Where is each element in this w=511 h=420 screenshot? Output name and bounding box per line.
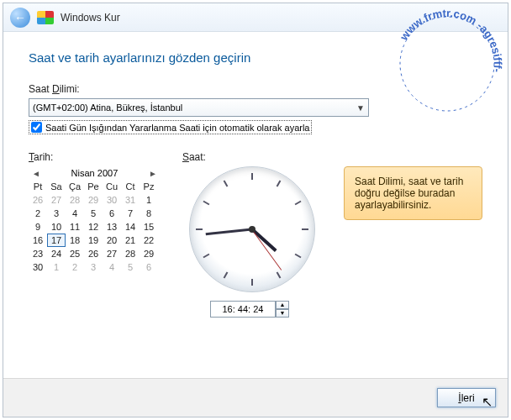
cal-next-icon[interactable]: ► — [149, 169, 157, 178]
clock-tick — [196, 228, 203, 230]
time-input[interactable] — [210, 301, 276, 318]
cal-month: Nisan 2007 — [71, 168, 119, 178]
cal-day[interactable]: 3 — [84, 260, 103, 274]
clock-tick — [251, 279, 253, 286]
cal-dow: Pt — [29, 180, 47, 193]
clock-pin — [249, 226, 256, 233]
clock-tick — [203, 254, 209, 259]
cal-day[interactable]: 28 — [121, 247, 140, 260]
cal-day[interactable]: 10 — [47, 220, 66, 234]
cal-day[interactable]: 6 — [103, 207, 121, 220]
cal-day[interactable]: 25 — [66, 247, 84, 260]
cal-day[interactable]: 4 — [103, 260, 121, 274]
second-hand — [252, 229, 282, 270]
cal-day[interactable]: 30 — [103, 193, 121, 207]
cal-day[interactable]: 16 — [29, 234, 47, 247]
cal-day[interactable]: 4 — [66, 207, 84, 220]
cal-day[interactable]: 12 — [84, 220, 103, 234]
cal-day[interactable]: 5 — [84, 207, 103, 220]
date-panel: Tarih: ◄ Nisan 2007 ► PtSaÇaPeCuCtPz2627… — [29, 151, 161, 318]
cal-day[interactable]: 6 — [140, 260, 158, 274]
arrow-left-icon: ← — [14, 11, 26, 24]
dst-label: Saati Gün Işığından Yararlanma Saati içi… — [45, 123, 309, 133]
cal-day[interactable]: 23 — [29, 247, 47, 260]
cal-dow: Sa — [47, 180, 66, 193]
back-button[interactable]: ← — [10, 8, 30, 28]
clock-tick — [277, 180, 282, 186]
timezone-label: Saat Dilimi: — [29, 83, 482, 95]
clock-tick — [277, 272, 282, 279]
cal-day[interactable]: 21 — [121, 234, 140, 247]
cal-day[interactable]: 2 — [29, 207, 47, 220]
titlebar: ← Windows Kur — [3, 3, 508, 32]
cal-day[interactable]: 26 — [84, 247, 103, 260]
cal-day[interactable]: 8 — [140, 207, 158, 220]
hour-hand — [251, 228, 277, 252]
cal-day[interactable]: 7 — [121, 207, 140, 220]
dst-checkbox-row[interactable]: Saati Gün Işığından Yararlanma Saati içi… — [29, 120, 312, 134]
cal-day[interactable]: 28 — [66, 193, 84, 207]
cal-day[interactable]: 17 — [47, 234, 66, 247]
cal-day[interactable]: 15 — [140, 220, 158, 234]
clock-tick — [295, 254, 302, 259]
clock-tick — [295, 201, 302, 206]
cal-day[interactable]: 1 — [140, 193, 158, 207]
cal-day[interactable]: 5 — [121, 260, 140, 274]
cal-day[interactable]: 19 — [84, 234, 103, 247]
cal-day[interactable]: 27 — [47, 193, 66, 207]
content-area: Saat ve tarih ayarlarınızı gözden geçiri… — [3, 32, 508, 318]
date-label: Tarih: — [29, 151, 161, 163]
cal-day[interactable]: 14 — [121, 220, 140, 234]
next-button[interactable]: İleri — [437, 388, 496, 407]
spinner-up-icon[interactable]: ▲ — [276, 301, 289, 309]
cal-day[interactable]: 24 — [47, 247, 66, 260]
installer-window: ← Windows Kur Saat ve tarih ayarlarınızı… — [3, 3, 508, 417]
cal-dow: Cu — [103, 180, 121, 193]
page-heading: Saat ve tarih ayarlarınızı gözden geçiri… — [29, 50, 482, 65]
cal-prev-icon[interactable]: ◄ — [32, 169, 40, 178]
cal-day[interactable]: 13 — [103, 220, 121, 234]
cal-day[interactable]: 31 — [121, 193, 140, 207]
cal-day[interactable]: 26 — [29, 193, 47, 207]
cal-dow: Pe — [84, 180, 103, 193]
cal-day[interactable]: 9 — [29, 220, 47, 234]
footer: İleri — [3, 378, 508, 417]
timezone-value: (GMT+02:00) Atina, Bükreş, İstanbul — [33, 102, 182, 113]
cal-day[interactable]: 2 — [66, 260, 84, 274]
cal-dow: Pz — [140, 180, 158, 193]
clock-tick — [302, 228, 308, 230]
cal-day[interactable]: 29 — [140, 247, 158, 260]
clock-label: Saat: — [182, 151, 322, 163]
cal-dow: Ça — [66, 180, 84, 193]
cal-day[interactable]: 20 — [103, 234, 121, 247]
cal-day[interactable]: 3 — [47, 207, 66, 220]
minute-hand — [206, 228, 252, 236]
chevron-down-icon: ▼ — [356, 103, 365, 113]
cal-day[interactable]: 1 — [47, 260, 66, 274]
note-panel: Saat Dilimi, saat ve tarih doğru değilse… — [344, 151, 482, 318]
calendar: ◄ Nisan 2007 ► PtSaÇaPeCuCtPz26272829303… — [29, 166, 161, 274]
cal-day[interactable]: 30 — [29, 260, 47, 274]
analog-clock — [189, 166, 315, 292]
cal-day[interactable]: 11 — [66, 220, 84, 234]
help-note: Saat Dilimi, saat ve tarih doğru değilse… — [344, 166, 482, 220]
clock-panel: Saat: ▲ ▼ — [182, 151, 322, 318]
clock-tick — [224, 180, 229, 186]
spinner-down-icon[interactable]: ▼ — [276, 309, 289, 318]
time-spinner: ▲ ▼ — [276, 301, 289, 318]
cal-dow: Ct — [121, 180, 140, 193]
clock-tick — [251, 173, 253, 180]
cal-day[interactable]: 22 — [140, 234, 158, 247]
clock-tick — [203, 201, 209, 206]
window-title: Windows Kur — [61, 12, 120, 24]
dst-checkbox[interactable] — [31, 122, 42, 133]
cal-day[interactable]: 27 — [103, 247, 121, 260]
cal-day[interactable]: 18 — [66, 234, 84, 247]
cal-day[interactable]: 29 — [84, 193, 103, 207]
windows-flag-icon — [37, 11, 54, 24]
clock-tick — [224, 272, 229, 279]
timezone-select[interactable]: (GMT+02:00) Atina, Bükreş, İstanbul ▼ — [29, 98, 369, 117]
